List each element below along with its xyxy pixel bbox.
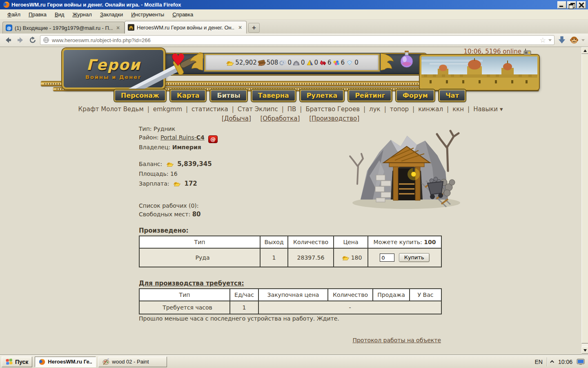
minimize-button[interactable] — [557, 1, 566, 9]
resource-diamonds[interactable]: 0 — [345, 59, 359, 66]
balance-value: 5,839,345 — [177, 160, 212, 168]
game-logo-title: Герои — [86, 58, 140, 72]
castle-illustration — [421, 56, 537, 88]
url-dropdown-icon[interactable] — [548, 39, 552, 41]
can-buy-value: 100 — [424, 239, 436, 245]
tab-mail[interactable]: @ (1) Входящие - 1979g1979@mail.ru - П..… — [2, 22, 125, 34]
subnav-item[interactable]: ПВ — [278, 105, 296, 113]
menu-help[interactable]: Справка — [168, 10, 197, 19]
subnav-item[interactable]: топор — [381, 105, 409, 113]
subnav-item[interactable]: кинжал — [409, 105, 443, 113]
forward-button[interactable] — [16, 35, 25, 45]
subnav-item[interactable]: ккн — [443, 105, 464, 113]
close-button[interactable] — [577, 1, 586, 9]
resource-mercury[interactable]: 0 — [279, 59, 292, 66]
triangle-up-icon — [584, 49, 587, 52]
resource-ore-value: 0 — [301, 59, 305, 66]
hide-icons-chevron[interactable] — [550, 360, 554, 364]
nav-forum-button[interactable]: Форум — [396, 90, 434, 101]
nav-roulette-button[interactable]: Рулетка — [300, 90, 344, 101]
nav-chat-button[interactable]: Чат — [439, 90, 466, 101]
produced-data-row: Руда 1 28397.56 180 Купить — [139, 248, 441, 267]
back-button[interactable] — [3, 35, 13, 45]
bookmark-star-icon[interactable]: ☆ — [540, 37, 546, 44]
radio-icon[interactable] — [523, 48, 532, 55]
resource-wood-value: 508 — [267, 59, 278, 66]
toolbar-overflow-icon[interactable] — [581, 39, 585, 41]
mailru-agent-icon[interactable]: @ — [208, 135, 218, 143]
subnav-item[interactable]: статистика — [182, 105, 228, 113]
buy-quantity-input[interactable] — [380, 254, 394, 262]
potion-icon[interactable] — [399, 50, 414, 70]
gold-icon — [225, 59, 234, 66]
window-titlebar: HeroesWM.ru Герои войны и денег. Онлайн … — [0, 0, 588, 9]
resource-gems-value: 6 — [327, 59, 332, 66]
language-indicator[interactable]: EN — [535, 359, 543, 365]
monitor-tray-icon[interactable] — [577, 359, 585, 365]
start-button[interactable]: Пуск — [2, 357, 32, 367]
menu-view[interactable]: Вид — [51, 10, 69, 19]
menu-bookmarks[interactable]: Закладки — [96, 10, 127, 19]
tab-heroeswm-label: HeroesWM.ru Герои войны и денег. Он... — [137, 25, 235, 31]
menu-file[interactable]: Файл — [3, 10, 24, 19]
online-status-text: 10:06, 5196 online — [464, 48, 521, 55]
tab-heroeswm[interactable]: HeroesWM.ru Герои войны и денег. Он... — [125, 21, 247, 34]
resource-ore[interactable]: 0 — [292, 59, 305, 66]
subnav-item[interactable]: Стат Эклипс — [228, 105, 278, 113]
mercury-icon — [279, 59, 287, 66]
menu-history[interactable]: Журнал — [68, 10, 96, 19]
subnav-skills-dropdown[interactable]: Навыки ▾ — [464, 105, 503, 113]
url-bar[interactable]: www.heroeswm.ru/object-info.php?id=266 ☆ — [40, 35, 555, 45]
free-slots-label: Свободных мест: — [139, 211, 190, 218]
reload-button[interactable] — [28, 35, 38, 45]
resource-sulfur[interactable]: 0 — [306, 59, 318, 66]
resource-crystals[interactable]: 6 — [332, 59, 345, 66]
url-text[interactable]: www.heroeswm.ru/object-info.php?id=266 — [52, 37, 537, 43]
link-mining[interactable]: [Добыча] — [222, 115, 251, 122]
download-button[interactable] — [557, 35, 567, 45]
scroll-up-button[interactable] — [581, 47, 588, 54]
task-firefox[interactable]: HeroesWM.ru Ге... — [35, 357, 96, 367]
subnav-item[interactable]: лук — [360, 105, 381, 113]
col-type: Тип — [139, 289, 230, 301]
nav-battles-button[interactable]: Битвы — [210, 90, 247, 101]
requires-title: Для производства требуется: — [139, 280, 441, 287]
produced-table: Тип Выход Количество Цена Можете купить:… — [139, 236, 442, 267]
task-paint[interactable]: wood 02 - Paint — [98, 357, 167, 367]
tab-close-icon[interactable] — [115, 25, 121, 31]
tab-close-icon[interactable] — [237, 24, 243, 31]
cell-type: Руда — [139, 248, 260, 267]
heart-icon[interactable] — [171, 52, 185, 68]
restore-button[interactable] — [567, 1, 576, 9]
new-tab-button[interactable]: + — [248, 23, 260, 33]
buy-button[interactable]: Купить — [399, 253, 430, 262]
resource-wood[interactable]: 508 — [258, 59, 278, 66]
scrollbar-thumb[interactable] — [581, 54, 588, 343]
resource-gold[interactable]: 52,902 — [225, 59, 257, 66]
cell-buy: Купить — [368, 248, 441, 267]
game-header-banner: Герои Войны и Денег — [41, 48, 539, 104]
svg-text:@: @ — [7, 25, 11, 31]
scroll-down-button[interactable] — [581, 347, 588, 354]
link-processing[interactable]: [Обработка] — [261, 115, 300, 122]
monkey-extension-icon[interactable] — [569, 35, 579, 45]
resource-gems[interactable]: 6 — [319, 59, 332, 66]
subnav-item[interactable]: Братство Героев — [296, 105, 360, 113]
vertical-scrollbar[interactable] — [581, 47, 588, 355]
start-label: Пуск — [15, 359, 28, 365]
menu-tools[interactable]: Инструменты — [127, 10, 168, 19]
menu-edit[interactable]: Правка — [24, 10, 51, 19]
nav-rating-button[interactable]: Рейтинг — [348, 90, 392, 101]
nav-character-button[interactable]: Персонаж — [114, 90, 166, 101]
object-district-label: Район: — [139, 134, 159, 141]
salary-value: 172 — [184, 180, 197, 187]
district-link[interactable]: Portal Ruins-C4 — [160, 134, 205, 141]
nav-tavern-button[interactable]: Таверна — [252, 90, 296, 101]
subnav-item[interactable]: emkgmm — [144, 105, 182, 113]
subnav-item[interactable]: Крафт Молот Ведьм — [78, 105, 144, 113]
link-production[interactable]: [Производство] — [309, 115, 359, 122]
col-can-buy: Можете купить: 100 — [368, 236, 441, 248]
protocol-link[interactable]: Протокол работы на объекте — [139, 337, 441, 343]
nav-map-button[interactable]: Карта — [170, 90, 206, 101]
game-logo[interactable]: Герои Войны и Денег — [62, 48, 165, 89]
